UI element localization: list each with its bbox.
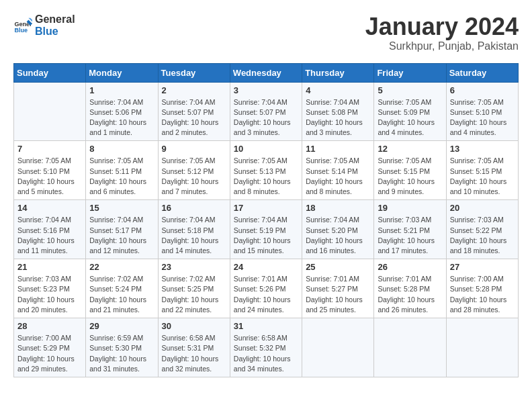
day-number: 2 <box>162 85 226 95</box>
calendar-cell: 3Sunrise: 7:04 AMSunset: 5:07 PMDaylight… <box>230 82 302 141</box>
day-info: Sunrise: 7:04 AMSunset: 5:07 PMDaylight:… <box>234 97 298 138</box>
calendar-week-4: 21Sunrise: 7:03 AMSunset: 5:23 PMDayligh… <box>14 259 519 318</box>
header-day-friday: Friday <box>374 63 446 82</box>
calendar-cell: 12Sunrise: 7:05 AMSunset: 5:15 PMDayligh… <box>374 141 446 200</box>
calendar-cell: 4Sunrise: 7:04 AMSunset: 5:08 PMDaylight… <box>302 82 374 141</box>
title-section: January 2024 Surkhpur, Punjab, Pakistan <box>365 13 519 52</box>
day-number: 1 <box>89 85 154 95</box>
calendar-cell: 14Sunrise: 7:04 AMSunset: 5:16 PMDayligh… <box>14 200 86 259</box>
calendar-cell: 17Sunrise: 7:04 AMSunset: 5:19 PMDayligh… <box>230 200 302 259</box>
day-info: Sunrise: 7:03 AMSunset: 5:23 PMDaylight:… <box>17 274 82 315</box>
calendar-cell: 16Sunrise: 7:04 AMSunset: 5:18 PMDayligh… <box>158 200 230 259</box>
day-info: Sunrise: 7:03 AMSunset: 5:21 PMDaylight:… <box>378 215 442 256</box>
day-info: Sunrise: 7:02 AMSunset: 5:25 PMDaylight:… <box>162 274 226 315</box>
day-info: Sunrise: 7:04 AMSunset: 5:06 PMDaylight:… <box>89 97 154 138</box>
day-number: 5 <box>378 85 442 95</box>
day-number: 15 <box>89 203 154 213</box>
calendar-cell: 15Sunrise: 7:04 AMSunset: 5:17 PMDayligh… <box>86 200 158 259</box>
calendar-cell: 13Sunrise: 7:05 AMSunset: 5:15 PMDayligh… <box>446 141 518 200</box>
calendar-cell: 26Sunrise: 7:01 AMSunset: 5:28 PMDayligh… <box>374 259 446 318</box>
day-info: Sunrise: 7:05 AMSunset: 5:13 PMDaylight:… <box>234 156 298 197</box>
calendar-cell: 20Sunrise: 7:03 AMSunset: 5:22 PMDayligh… <box>446 200 518 259</box>
calendar-cell: 29Sunrise: 6:59 AMSunset: 5:30 PMDayligh… <box>86 318 158 377</box>
calendar-cell: 21Sunrise: 7:03 AMSunset: 5:23 PMDayligh… <box>14 259 86 318</box>
calendar-cell: 31Sunrise: 6:58 AMSunset: 5:32 PMDayligh… <box>230 318 302 377</box>
day-number: 16 <box>162 203 226 213</box>
calendar-cell <box>374 318 446 377</box>
calendar-cell <box>14 82 86 141</box>
logo-general-text: General <box>35 13 75 26</box>
day-number: 11 <box>306 144 370 154</box>
day-number: 6 <box>450 85 515 95</box>
calendar-cell: 1Sunrise: 7:04 AMSunset: 5:06 PMDaylight… <box>86 82 158 141</box>
day-number: 26 <box>378 262 442 272</box>
day-number: 25 <box>306 262 370 272</box>
day-number: 23 <box>162 262 226 272</box>
calendar-cell: 7Sunrise: 7:05 AMSunset: 5:10 PMDaylight… <box>14 141 86 200</box>
calendar-week-3: 14Sunrise: 7:04 AMSunset: 5:16 PMDayligh… <box>14 200 519 259</box>
day-info: Sunrise: 7:01 AMSunset: 5:27 PMDaylight:… <box>306 274 370 315</box>
header-row: SundayMondayTuesdayWednesdayThursdayFrid… <box>14 63 519 82</box>
calendar-title: January 2024 <box>365 13 519 40</box>
day-number: 20 <box>450 203 515 213</box>
day-info: Sunrise: 6:58 AMSunset: 5:32 PMDaylight:… <box>234 333 298 374</box>
day-info: Sunrise: 7:04 AMSunset: 5:07 PMDaylight:… <box>162 97 226 138</box>
logo: General Blue General Blue <box>13 13 75 37</box>
header-day-saturday: Saturday <box>446 63 518 82</box>
day-number: 19 <box>378 203 442 213</box>
header-day-sunday: Sunday <box>14 63 86 82</box>
calendar-body: 1Sunrise: 7:04 AMSunset: 5:06 PMDaylight… <box>14 82 519 377</box>
calendar-cell: 27Sunrise: 7:00 AMSunset: 5:28 PMDayligh… <box>446 259 518 318</box>
day-number: 3 <box>234 85 298 95</box>
day-info: Sunrise: 6:59 AMSunset: 5:30 PMDaylight:… <box>89 333 154 374</box>
day-info: Sunrise: 7:05 AMSunset: 5:09 PMDaylight:… <box>378 97 442 138</box>
day-number: 13 <box>450 144 515 154</box>
calendar-header: SundayMondayTuesdayWednesdayThursdayFrid… <box>14 63 519 82</box>
calendar-subtitle: Surkhpur, Punjab, Pakistan <box>365 40 519 52</box>
day-info: Sunrise: 7:04 AMSunset: 5:16 PMDaylight:… <box>17 215 82 256</box>
day-number: 10 <box>234 144 298 154</box>
calendar-cell: 11Sunrise: 7:05 AMSunset: 5:14 PMDayligh… <box>302 141 374 200</box>
day-info: Sunrise: 7:01 AMSunset: 5:28 PMDaylight:… <box>378 274 442 315</box>
day-info: Sunrise: 7:05 AMSunset: 5:14 PMDaylight:… <box>306 156 370 197</box>
day-number: 18 <box>306 203 370 213</box>
day-number: 7 <box>17 144 82 154</box>
calendar-cell: 8Sunrise: 7:05 AMSunset: 5:11 PMDaylight… <box>86 141 158 200</box>
calendar-cell: 2Sunrise: 7:04 AMSunset: 5:07 PMDaylight… <box>158 82 230 141</box>
calendar-table: SundayMondayTuesdayWednesdayThursdayFrid… <box>13 63 519 377</box>
day-info: Sunrise: 7:00 AMSunset: 5:28 PMDaylight:… <box>450 274 515 315</box>
calendar-cell: 22Sunrise: 7:02 AMSunset: 5:24 PMDayligh… <box>86 259 158 318</box>
calendar-cell: 10Sunrise: 7:05 AMSunset: 5:13 PMDayligh… <box>230 141 302 200</box>
header-day-monday: Monday <box>86 63 158 82</box>
calendar-cell: 6Sunrise: 7:05 AMSunset: 5:10 PMDaylight… <box>446 82 518 141</box>
calendar-cell: 24Sunrise: 7:01 AMSunset: 5:26 PMDayligh… <box>230 259 302 318</box>
calendar-cell: 5Sunrise: 7:05 AMSunset: 5:09 PMDaylight… <box>374 82 446 141</box>
day-number: 28 <box>17 321 82 331</box>
day-number: 27 <box>450 262 515 272</box>
day-info: Sunrise: 6:58 AMSunset: 5:31 PMDaylight:… <box>162 333 226 374</box>
day-info: Sunrise: 7:05 AMSunset: 5:11 PMDaylight:… <box>89 156 154 197</box>
calendar-cell: 9Sunrise: 7:05 AMSunset: 5:12 PMDaylight… <box>158 141 230 200</box>
svg-text:Blue: Blue <box>14 26 28 33</box>
logo-blue-text: Blue <box>35 26 75 38</box>
day-info: Sunrise: 7:05 AMSunset: 5:10 PMDaylight:… <box>450 97 515 138</box>
day-number: 21 <box>17 262 82 272</box>
day-number: 4 <box>306 85 370 95</box>
day-number: 31 <box>234 321 298 331</box>
day-info: Sunrise: 7:04 AMSunset: 5:19 PMDaylight:… <box>234 215 298 256</box>
calendar-cell <box>446 318 518 377</box>
day-number: 8 <box>89 144 154 154</box>
calendar-cell <box>302 318 374 377</box>
calendar-cell: 30Sunrise: 6:58 AMSunset: 5:31 PMDayligh… <box>158 318 230 377</box>
day-info: Sunrise: 7:05 AMSunset: 5:10 PMDaylight:… <box>17 156 82 197</box>
page-header: General Blue General Blue January 2024 S… <box>13 13 519 52</box>
logo-icon: General Blue <box>13 16 32 35</box>
day-number: 22 <box>89 262 154 272</box>
header-day-tuesday: Tuesday <box>158 63 230 82</box>
day-info: Sunrise: 7:05 AMSunset: 5:12 PMDaylight:… <box>162 156 226 197</box>
day-number: 30 <box>162 321 226 331</box>
calendar-week-1: 1Sunrise: 7:04 AMSunset: 5:06 PMDaylight… <box>14 82 519 141</box>
calendar-cell: 25Sunrise: 7:01 AMSunset: 5:27 PMDayligh… <box>302 259 374 318</box>
calendar-week-5: 28Sunrise: 7:00 AMSunset: 5:29 PMDayligh… <box>14 318 519 377</box>
calendar-cell: 19Sunrise: 7:03 AMSunset: 5:21 PMDayligh… <box>374 200 446 259</box>
